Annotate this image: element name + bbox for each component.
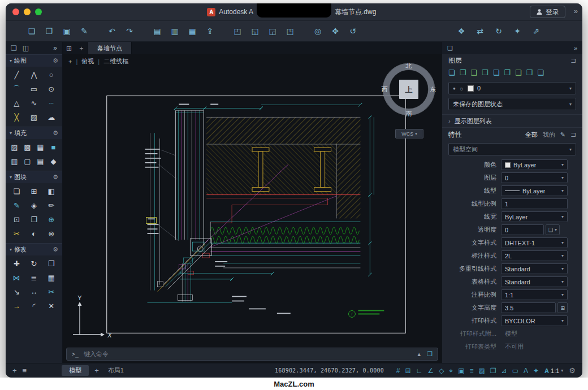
dynamic-ucs-icon[interactable]: ⊿ (501, 367, 507, 375)
print-icon[interactable]: ▤ (152, 27, 163, 36)
orbit-icon[interactable]: ↺ (347, 27, 358, 36)
panel-overflow-button[interactable]: » (574, 45, 577, 51)
adjust-icon[interactable]: ◐ (25, 227, 43, 241)
new-tab-plus-icon[interactable]: + (12, 366, 17, 375)
collaborate-icon[interactable]: ✦ (512, 27, 523, 36)
construction-line-icon[interactable]: ┄ (42, 96, 60, 110)
quick-select-icon[interactable]: ✎ (560, 131, 565, 138)
layer-properties-palette-icon[interactable]: ❏ (447, 45, 453, 52)
polyline-icon[interactable]: ⋀ (25, 68, 43, 82)
arc-icon[interactable]: ⌒ (8, 82, 25, 96)
edit-attribute-icon[interactable]: ✏ (42, 198, 60, 213)
block-editor-icon[interactable]: ✎ (8, 198, 25, 213)
ellipse-icon[interactable]: ⊙ (42, 82, 60, 96)
wipeout-icon[interactable]: ◆ (47, 154, 60, 168)
gear-icon[interactable]: ⚙ (53, 57, 58, 64)
hatch-pattern-icon[interactable]: ▨ (8, 140, 21, 154)
layer-walk-icon[interactable]: ❏ (537, 68, 544, 77)
base-point-icon[interactable]: ⊡ (8, 213, 25, 227)
zoom-window-button[interactable] (35, 8, 42, 15)
lineweight-select[interactable]: ByLayer ▾ (501, 211, 568, 222)
tab-menu-icon[interactable]: ⊞ (63, 45, 75, 54)
export-pdf-icon[interactable]: ◱ (249, 27, 261, 36)
extend-icon[interactable]: → (8, 299, 25, 313)
linetype-select[interactable]: ByLayer ▾ (501, 185, 568, 196)
customization-gear-icon[interactable]: ⚙ (569, 366, 576, 375)
command-line[interactable]: >_ 键入命令 ▴ ❐ (66, 348, 438, 361)
wcs-selector[interactable]: WCS ▾ (395, 129, 423, 138)
revision-cloud-icon[interactable]: ☁ (42, 110, 60, 124)
transparency-input[interactable]: 0 (501, 224, 544, 235)
panel-dock-icon[interactable]: ⊐ (570, 57, 576, 64)
osnap-tracking-icon[interactable]: ⌖ (449, 367, 453, 375)
selection-cycling-icon[interactable]: ❐ (490, 367, 496, 375)
minimize-window-button[interactable] (24, 8, 31, 15)
layout1-tab[interactable]: 布局1 (105, 365, 127, 376)
gear-icon[interactable]: ⚙ (53, 246, 58, 253)
gradient-icon[interactable]: ▥ (8, 154, 21, 168)
open-folder-icon[interactable]: ❐ (44, 27, 55, 36)
hatch-icon[interactable]: ▨ (25, 110, 43, 124)
fillet-icon[interactable]: ◜ (25, 299, 43, 313)
table-style-select[interactable]: Standard ▾ (501, 276, 568, 287)
markup-import-icon[interactable]: ❖ (456, 27, 467, 36)
isodraft-icon[interactable]: ◇ (439, 367, 444, 375)
drawing-canvas[interactable]: i + | 俯视 | 二维线框 (63, 54, 442, 363)
layer-unisolate-icon[interactable]: ❒ (482, 68, 488, 77)
model-tab[interactable]: 模型 (62, 365, 89, 376)
filter-mine-tab[interactable]: 我的 (543, 131, 555, 139)
current-layer-select[interactable]: ● ☼ 0 ▾ (448, 82, 576, 94)
view-compass[interactable]: 上 北 南 西 东 (379, 60, 438, 119)
show-layer-list-toggle[interactable]: › 显示图层列表 (442, 114, 582, 128)
layer-match-icon[interactable]: ❒ (526, 68, 533, 77)
layer-lock-icon[interactable]: ❑ (515, 68, 522, 77)
layer-off-icon[interactable]: ❐ (504, 68, 511, 77)
text-height-picker-button[interactable]: ⊞ (557, 302, 568, 313)
save-as-icon[interactable]: ✎ (79, 27, 90, 36)
trim-icon[interactable]: ✂ (42, 285, 60, 299)
rotate-icon[interactable]: ↻ (25, 257, 43, 271)
titlebar-overflow-button[interactable]: » (574, 7, 578, 15)
define-attribute-icon[interactable]: ◈ (25, 198, 43, 213)
spline-icon[interactable]: ∿ (25, 96, 43, 110)
mleader-style-select[interactable]: Standard ▾ (501, 263, 568, 274)
create-block-icon[interactable]: ⊞ (25, 184, 43, 198)
new-layout-button[interactable]: + (94, 366, 99, 375)
erase-icon[interactable]: ✕ (42, 299, 60, 313)
share-icon[interactable]: ◳ (284, 27, 296, 36)
pan-icon[interactable]: ✥ (330, 27, 341, 36)
hatch-cross-icon[interactable]: ▩ (21, 140, 34, 154)
section-header-block[interactable]: ▾ 图块 ⚙ (6, 171, 62, 183)
viewport-view-control[interactable]: 俯视 (81, 57, 94, 66)
drawing-compare-icon[interactable]: ⇄ (474, 27, 486, 36)
annotation-visibility-icon[interactable]: A (524, 367, 528, 375)
filter-all-tab[interactable]: 全部 (525, 131, 538, 139)
redo-icon[interactable]: ↷ (124, 27, 135, 36)
section-header-modify[interactable]: ▾ 修改 ⚙ (6, 243, 62, 255)
snap-icon[interactable]: ⊞ (405, 367, 411, 375)
print-preview-icon[interactable]: ▥ (169, 27, 180, 36)
publish-icon[interactable]: ⇪ (204, 27, 215, 36)
text-height-input[interactable]: 3.5 (501, 302, 556, 313)
insert-block-icon[interactable]: ❏ (8, 184, 25, 198)
viewport-expand-control[interactable]: + (68, 58, 72, 65)
layer-select[interactable]: 0 ▾ (501, 172, 568, 183)
text-style-select[interactable]: DHTEXT-1 ▾ (501, 237, 568, 248)
polygon-icon[interactable]: △ (8, 96, 25, 110)
command-history-toggle-icon[interactable]: ▴ (418, 350, 421, 358)
layer-state-icon[interactable]: ❐ (460, 68, 466, 77)
stretch-icon[interactable]: ↔ (25, 285, 43, 299)
dynamic-input-icon[interactable]: ▭ (512, 367, 518, 375)
color-select[interactable]: ByLayer ▾ (501, 159, 568, 170)
drawing-tab-active[interactable]: 幕墙节点 (88, 42, 132, 54)
layer-freeze-icon[interactable]: ❏ (493, 68, 500, 77)
annotation-scale-control[interactable]: A 1:1 ▾ (544, 367, 563, 374)
external-reference-icon[interactable]: ❐ (25, 213, 43, 227)
layer-properties-icon[interactable]: ❏ (448, 68, 455, 77)
sync-icon[interactable]: ↻ (493, 27, 504, 36)
rectangle-icon[interactable]: ▭ (25, 82, 43, 96)
section-header-hatch[interactable]: ▾ 填充 ⚙ (6, 127, 62, 139)
array-icon[interactable]: ▦ (42, 271, 60, 285)
palette-overflow-button[interactable]: » (53, 44, 57, 52)
gear-icon[interactable]: ⚙ (53, 174, 58, 181)
